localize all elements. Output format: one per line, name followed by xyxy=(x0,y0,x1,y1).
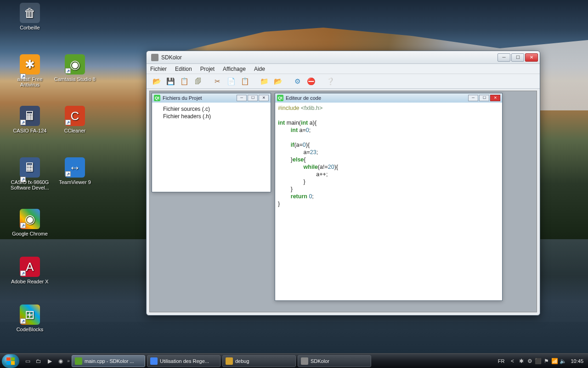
menu-edition[interactable]: Edition xyxy=(175,66,192,72)
shortcut-arrow-icon: ↗ xyxy=(65,171,71,177)
shortcut-arrow-icon: ↗ xyxy=(20,318,26,324)
desktop-icon-casio-fa-124[interactable]: 🖩↗CASIO FA-124 xyxy=(9,106,51,133)
shortcut-arrow-icon: ↗ xyxy=(65,120,71,125)
folder-add-icon[interactable]: 📁 xyxy=(259,76,270,87)
taskbar-task-sdkolor[interactable]: SDKolor xyxy=(298,355,371,367)
tray-icon-1[interactable]: ⚙ xyxy=(526,358,533,364)
shortcut-arrow-icon: ↗ xyxy=(20,120,26,125)
taskbar-task-main-cpp-sdkolor-[interactable]: main.cpp - SDKolor ... xyxy=(72,355,145,367)
desktop-icon-label: Adobe Reader X xyxy=(9,279,51,284)
shortcut-arrow-icon: ↗ xyxy=(20,74,26,79)
tree-item-headers[interactable]: Fichier headers (.h) xyxy=(157,113,266,120)
tree-item-sources[interactable]: Fichier sources (.c) xyxy=(157,105,266,113)
shortcut-arrow-icon: ↗ xyxy=(20,223,26,228)
shortcut-arrow-icon: ↗ xyxy=(65,68,71,74)
desktop-icon-label: CASIO fx-9860G Software Devel... xyxy=(9,179,51,190)
menu-aide[interactable]: Aide xyxy=(254,66,265,72)
task-label: SDKolor xyxy=(311,358,329,364)
start-button[interactable] xyxy=(2,354,19,368)
desktop-icon-google-chrome[interactable]: ◉↗Google Chrome xyxy=(9,209,51,236)
help-icon[interactable]: ❔ xyxy=(325,76,336,87)
shortcut-arrow-icon: ↗ xyxy=(20,270,26,276)
chrome-icon[interactable]: ◉ xyxy=(56,356,65,366)
desktop-icon-casio-fx-9860g-software-[interactable]: 🖩↗CASIO fx-9860G Software Devel... xyxy=(9,157,51,190)
task-label: debug xyxy=(235,358,249,364)
menubar: Fichier Edition Projet Affichage Aide xyxy=(147,64,540,74)
qt-icon: Qt xyxy=(154,95,160,101)
project-maximize-button[interactable]: ☐ xyxy=(248,95,258,101)
desktop-icon-label: avast! Free Antivirus xyxy=(9,76,51,87)
desktop-icon-adobe-reader-x[interactable]: A↗Adobe Reader X xyxy=(9,257,51,284)
cut-icon[interactable]: ✂ xyxy=(212,76,223,87)
stop-icon[interactable]: ⛔ xyxy=(305,76,317,87)
project-files-panel: Qt Fichiers du Projet ─ ☐ ✕ Fichier sour… xyxy=(152,93,271,192)
explorer-icon[interactable]: 🗀 xyxy=(34,356,43,366)
editor-close-button[interactable]: ✕ xyxy=(490,95,500,101)
open-icon[interactable]: 📂 xyxy=(151,76,162,87)
task-icon xyxy=(226,357,233,365)
clock[interactable]: 10:45 xyxy=(571,358,583,364)
show-desktop-icon[interactable]: ▭ xyxy=(23,356,32,366)
tray-icon-4[interactable]: 📶 xyxy=(551,358,558,364)
copy-all-icon[interactable]: 🗐 xyxy=(192,76,204,87)
project-close-button[interactable]: ✕ xyxy=(259,95,269,101)
window-title: SDKolor xyxy=(161,54,498,61)
desktop-icon-camtasia-studio-8[interactable]: ◉↗Camtasia Studio 8 xyxy=(54,54,96,82)
tray-icon-0[interactable]: ✱ xyxy=(518,358,525,364)
app-icon: ✱ xyxy=(20,54,40,75)
folder-open-icon[interactable]: 📂 xyxy=(272,76,283,87)
windows-logo-icon xyxy=(6,357,15,365)
paste-icon[interactable]: 📋 xyxy=(239,76,250,87)
toolbar: 📂💾📋🗐✂📄📋📁📂⚙⛔❔ xyxy=(147,74,540,89)
taskbar-task-debug[interactable]: debug xyxy=(222,355,296,367)
tray-icon-5[interactable]: 🔈 xyxy=(560,358,566,364)
app-icon: 🗑 xyxy=(20,3,40,23)
desktop-icon-label: TeamViewer 9 xyxy=(54,179,96,185)
task-icon xyxy=(150,357,158,365)
mdi-area: Qt Fichiers du Projet ─ ☐ ✕ Fichier sour… xyxy=(149,91,537,312)
close-button[interactable]: ✕ xyxy=(525,53,538,62)
desktop-icon-label: Google Chrome xyxy=(9,231,51,236)
taskbar: ▭🗀▶◉ » main.cpp - SDKolor ...Utilisation… xyxy=(0,353,588,368)
code-editor[interactable]: #include <fxlib.h> int main(int a){ int … xyxy=(275,103,502,209)
task-label: Utilisation des Rege... xyxy=(160,358,209,364)
system-tray: FR < ✱⚙⬛⚑📶🔈 10:45 xyxy=(498,358,586,364)
tray-icon-3[interactable]: ⚑ xyxy=(543,358,549,364)
save-icon[interactable]: 💾 xyxy=(165,76,176,87)
editor-panel-titlebar[interactable]: Qt Editeur de code ─ ☐ ✕ xyxy=(275,93,502,103)
project-panel-titlebar[interactable]: Qt Fichiers du Projet ─ ☐ ✕ xyxy=(152,93,271,103)
desktop-icon-teamviewer-9[interactable]: ↔↗TeamViewer 9 xyxy=(54,157,96,185)
maximize-button[interactable]: ☐ xyxy=(511,53,524,62)
taskbar-task-utilisation-des-rege[interactable]: Utilisation des Rege... xyxy=(147,355,220,367)
titlebar[interactable]: SDKolor ─ ☐ ✕ xyxy=(147,51,540,64)
notes-icon[interactable]: 📋 xyxy=(179,76,190,87)
desktop-icon-ccleaner[interactable]: C↗CCleaner xyxy=(54,106,96,133)
desktop-icon-label: Corbeille xyxy=(9,25,51,30)
desktop-icon-label: Camtasia Studio 8 xyxy=(54,76,96,82)
desktop-icon-label: CASIO FA-124 xyxy=(9,128,51,133)
menu-projet[interactable]: Projet xyxy=(200,66,215,72)
minimize-button[interactable]: ─ xyxy=(498,53,510,62)
media-player-icon[interactable]: ▶ xyxy=(45,356,54,366)
editor-minimize-button[interactable]: ─ xyxy=(468,95,478,101)
quicklaunch-expand[interactable]: » xyxy=(66,358,71,363)
desktop-icon-codeblocks[interactable]: ⊞↗CodeBlocks xyxy=(9,305,51,332)
desktop-icon-avast-free-antivirus[interactable]: ✱↗avast! Free Antivirus xyxy=(9,54,51,87)
editor-maximize-button[interactable]: ☐ xyxy=(479,95,489,101)
gear-icon[interactable]: ⚙ xyxy=(292,76,303,87)
language-indicator[interactable]: FR xyxy=(498,358,505,364)
project-minimize-button[interactable]: ─ xyxy=(237,95,247,101)
project-tree: Fichier sources (.c) Fichier headers (.h… xyxy=(152,103,271,123)
menu-fichier[interactable]: Fichier xyxy=(150,66,167,72)
desktop[interactable]: 🗑Corbeille✱↗avast! Free Antivirus◉↗Camta… xyxy=(0,0,588,368)
desktop-icon-corbeille[interactable]: 🗑Corbeille xyxy=(9,3,51,30)
task-icon xyxy=(75,357,82,365)
menu-affichage[interactable]: Affichage xyxy=(223,66,246,72)
task-label: main.cpp - SDKolor ... xyxy=(85,358,134,364)
project-panel-title: Fichiers du Projet xyxy=(163,95,237,101)
tray-icon-2[interactable]: ⬛ xyxy=(535,358,541,364)
shortcut-arrow-icon: ↗ xyxy=(20,177,26,182)
tray-expand-icon[interactable]: < xyxy=(509,358,515,364)
copy-icon[interactable]: 📄 xyxy=(226,76,237,87)
qt-icon: Qt xyxy=(277,95,283,101)
